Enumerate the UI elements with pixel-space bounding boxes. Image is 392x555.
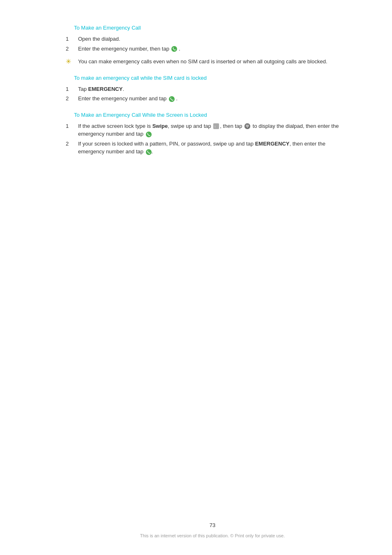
section-3-list: 1 If the active screen lock type is Swip… <box>66 122 343 156</box>
call-icon <box>169 96 175 102</box>
footer-text: This is an internet version of this publ… <box>140 533 285 538</box>
list-content: Enter the emergency number, then tap . <box>78 45 343 53</box>
call-icon <box>171 46 177 52</box>
list-number: 2 <box>66 45 78 53</box>
list-content: Enter the emergency number and tap . <box>78 95 343 103</box>
section-3-heading: To Make an Emergency Call While the Scre… <box>74 112 343 118</box>
svg-point-9 <box>247 127 248 128</box>
svg-point-6 <box>246 126 247 127</box>
page-footer: 73 This is an internet version of this p… <box>66 522 359 539</box>
section-3: To Make an Emergency Call While the Scre… <box>66 112 343 156</box>
section-1-heading: To Make an Emergency Call <box>74 25 343 31</box>
list-content: If your screen is locked with a pattern,… <box>78 140 343 156</box>
svg-text:↑: ↑ <box>214 125 216 129</box>
list-item: 2 Enter the emergency number and tap . <box>66 95 343 103</box>
list-item: 1 Open the dialpad. <box>66 35 343 43</box>
list-number: 2 <box>66 140 78 156</box>
section-1-list: 1 Open the dialpad. 2 Enter the emergenc… <box>66 35 343 53</box>
list-item: 1 If the active screen lock type is Swip… <box>66 122 343 138</box>
page-number: 73 <box>66 522 359 528</box>
tip-box: ✳ You can make emergency calls even when… <box>66 58 343 66</box>
swipe-icon: ↑ <box>213 123 219 129</box>
list-content: Tap EMERGENCY. <box>78 85 343 93</box>
list-content: If the active screen lock type is Swipe,… <box>78 122 343 138</box>
sun-icon: ✳ <box>66 58 71 65</box>
list-content: Open the dialpad. <box>78 35 343 43</box>
section-2: To make an emergency call while the SIM … <box>66 75 343 103</box>
tip-text: You can make emergency calls even when n… <box>78 58 343 66</box>
svg-point-4 <box>247 125 248 126</box>
svg-point-7 <box>247 126 248 127</box>
page-container: To Make an Emergency Call 1 Open the dia… <box>0 0 392 555</box>
list-item: 2 If your screen is locked with a patter… <box>66 140 343 156</box>
list-number: 1 <box>66 122 78 138</box>
list-item: 1 Tap EMERGENCY. <box>66 85 343 93</box>
section-2-heading: To make an emergency call while the SIM … <box>74 75 343 81</box>
list-number: 1 <box>66 85 78 93</box>
section-1: To Make an Emergency Call 1 Open the dia… <box>66 25 343 66</box>
svg-point-8 <box>248 126 249 127</box>
list-number: 2 <box>66 95 78 103</box>
call-icon <box>146 149 152 155</box>
tip-icon: ✳ <box>66 58 78 65</box>
svg-point-3 <box>246 125 247 126</box>
section-2-list: 1 Tap EMERGENCY. 2 Enter the emergency n… <box>66 85 343 103</box>
svg-point-5 <box>248 125 249 126</box>
list-number: 1 <box>66 35 78 43</box>
list-item: 2 Enter the emergency number, then tap . <box>66 45 343 53</box>
dialpad-icon <box>244 123 250 129</box>
call-icon <box>146 132 152 137</box>
